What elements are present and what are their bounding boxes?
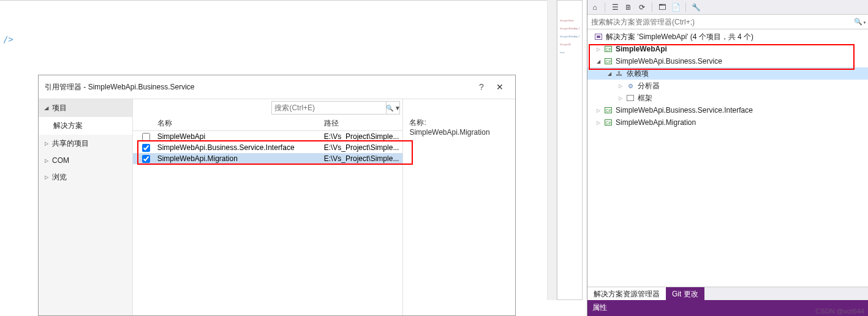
row-path: E:\Vs_Project\Simple... [320, 132, 403, 141]
tree-dependencies[interactable]: 🖧 依赖项 [587, 67, 868, 80]
dialog-search-input[interactable] [272, 102, 386, 113]
nav-item-shared[interactable]: ▷共享的项目 [39, 135, 132, 152]
tab-git-changes[interactable]: Git 更改 [666, 287, 704, 300]
tree-label: 框架 [638, 93, 652, 103]
solution-explorer: ⌂ ☰ 🗎 ⟳ 🗔 📄 🔧 🔍▼ 解决方案 'SimpleWebApi' (4 … [587, 0, 868, 300]
sol-toolbar: ⌂ ☰ 🗎 ⟳ 🗔 📄 🔧 [587, 0, 868, 15]
toolbar-icon[interactable]: 📄 [671, 2, 681, 12]
properties-title: 属性 [587, 300, 868, 315]
row-name: SimpleWebApi.Business.Service.Interface [154, 143, 320, 152]
expander-icon[interactable] [595, 108, 602, 113]
sol-search-input[interactable] [589, 17, 853, 28]
row-path: E:\Vs_Project\Simple... [320, 143, 403, 152]
dialog-title: 引用管理器 - SimpleWebApi.Business.Service [45, 82, 472, 92]
row-name: SimpleWebApi.Migration [154, 154, 320, 163]
tree-project[interactable]: C# SimpleWebApi.Migration [587, 116, 868, 129]
analyzer-icon: ⚙ [625, 81, 635, 91]
sol-bottom-tabs: 解决方案资源管理器 Git 更改 [587, 287, 868, 300]
expander-icon[interactable] [595, 120, 602, 126]
row-checkbox[interactable] [142, 133, 150, 141]
expander-icon[interactable] [617, 83, 624, 89]
home-icon[interactable]: ⌂ [590, 2, 600, 12]
csproj-icon: C# [605, 46, 612, 52]
csproj-icon: C# [605, 107, 612, 113]
editor-text: /> [3, 34, 13, 44]
tree-label: SimpleWebApi.Migration [616, 118, 696, 127]
dependencies-icon: 🖧 [614, 69, 624, 78]
toolbar-icon[interactable]: 🗎 [624, 2, 633, 12]
expander-icon[interactable] [595, 47, 602, 52]
framework-icon [627, 95, 634, 101]
help-icon[interactable]: ? [472, 82, 491, 92]
nav-item-com[interactable]: ▷COM [39, 152, 132, 168]
nav-item-label: 浏览 [52, 172, 67, 182]
overview-ruler: SimpleWeb SimpleWebApi.Busine SimpleWebA… [557, 0, 583, 300]
detail-label: 名称: [409, 118, 509, 128]
tree-label: SimpleWebApi.Business.Service [616, 57, 722, 66]
tree-label: SimpleWebApi [616, 45, 667, 53]
sol-tree: 解决方案 'SimpleWebApi' (4 个项目，共 4 个) C# Sim… [587, 29, 868, 287]
nav-item-browse[interactable]: ▷浏览 [39, 168, 132, 186]
close-icon[interactable]: ✕ [491, 82, 509, 92]
sol-search[interactable]: 🔍▼ [587, 15, 868, 29]
toolbar-icon[interactable]: ☰ [610, 2, 620, 12]
search-icon[interactable]: 🔍▼ [853, 18, 867, 26]
detail-value: SimpleWebApi.Migration [409, 128, 509, 137]
solution-icon [595, 34, 602, 40]
dialog-left-nav: 项目 解决方案 ▷共享的项目 ▷COM ▷浏览 [39, 99, 133, 315]
tree-project[interactable]: C# SimpleWebApi.Business.Service [587, 55, 868, 67]
tree-label: 依赖项 [627, 69, 649, 79]
row-name: SimpleWebApi [154, 132, 320, 141]
tab-solution-explorer[interactable]: 解决方案资源管理器 [587, 287, 666, 300]
refresh-icon[interactable]: ⟳ [637, 2, 647, 12]
row-checkbox[interactable] [142, 144, 150, 152]
tree-solution-root[interactable]: 解决方案 'SimpleWebApi' (4 个项目，共 4 个) [587, 31, 868, 43]
nav-item-label: COM [52, 156, 69, 165]
dialog-search-box[interactable]: 🔍▼ [271, 101, 400, 115]
tree-project[interactable]: C# SimpleWebApi [587, 43, 868, 55]
tree-label: 分析器 [638, 81, 660, 91]
properties-panel[interactable]: 属性 [587, 300, 868, 316]
tree-label: 解决方案 'SimpleWebApi' (4 个项目，共 4 个) [606, 32, 753, 42]
expander-icon[interactable] [595, 59, 602, 64]
tree-label: SimpleWebApi.Business.Service.Interface [616, 106, 753, 115]
grid-row[interactable]: SimpleWebApi.Migration E:\Vs_Project\Sim… [133, 153, 403, 164]
toolbar-icon[interactable]: 🗔 [657, 2, 667, 12]
col-path[interactable]: 路径 [320, 116, 403, 130]
tree-framework[interactable]: 框架 [587, 92, 868, 104]
expander-icon[interactable] [606, 71, 613, 77]
csproj-icon: C# [605, 119, 612, 126]
nav-header-projects[interactable]: 项目 [39, 99, 132, 117]
nav-item-label: 共享的项目 [52, 138, 89, 149]
editor-scrollbar[interactable] [547, 0, 557, 300]
grid-row[interactable]: SimpleWebApi E:\Vs_Project\Simple... [133, 131, 403, 142]
row-checkbox[interactable] [142, 155, 150, 163]
grid-header: 名称 路径 [133, 116, 403, 131]
csproj-icon: C# [605, 58, 612, 64]
tree-analyzer[interactable]: ⚙ 分析器 [587, 80, 868, 92]
grid-row[interactable]: SimpleWebApi.Business.Service.Interface … [133, 142, 403, 153]
wrench-icon[interactable]: 🔧 [691, 2, 701, 12]
tree-project[interactable]: C# SimpleWebApi.Business.Service.Interfa… [587, 104, 868, 116]
dialog-detail-pane: 名称: SimpleWebApi.Migration [403, 99, 515, 315]
reference-manager-dialog: 引用管理器 - SimpleWebApi.Business.Service ? … [38, 75, 516, 316]
nav-item-solution[interactable]: 解决方案 [39, 117, 132, 135]
dialog-titlebar[interactable]: 引用管理器 - SimpleWebApi.Business.Service ? … [39, 75, 515, 99]
row-path: E:\Vs_Project\Simple... [320, 154, 403, 163]
expander-icon[interactable] [617, 96, 624, 101]
col-name[interactable]: 名称 [154, 116, 320, 130]
search-icon[interactable]: 🔍▼ [386, 102, 399, 114]
